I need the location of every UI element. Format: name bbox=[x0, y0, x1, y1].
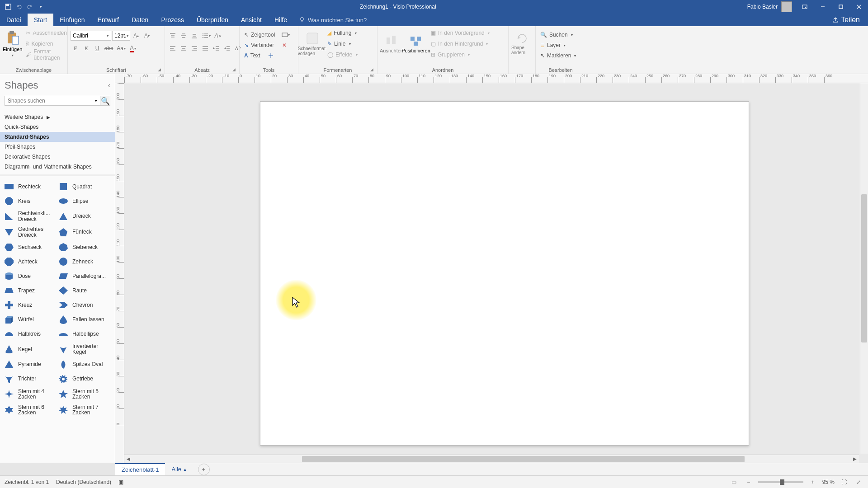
layer-button[interactable]: ≣Layer▾ bbox=[538, 40, 567, 50]
underline-button[interactable]: U bbox=[92, 43, 102, 53]
zoom-slider-thumb[interactable] bbox=[780, 479, 784, 485]
shape-item[interactable]: Stern mit 7 Zacken bbox=[58, 404, 111, 417]
shape-item[interactable]: Zehneck bbox=[58, 256, 111, 267]
horizontal-scrollbar[interactable]: ◀ ▶ bbox=[124, 455, 859, 463]
vertical-ruler[interactable]: 2102001901801701601501401301201101009080… bbox=[115, 83, 124, 463]
shape-item[interactable]: Achteck bbox=[4, 256, 57, 267]
shape-item[interactable]: Invertierter Kegel bbox=[58, 343, 111, 356]
vertical-scrollbar[interactable] bbox=[860, 83, 868, 454]
drawing-surface[interactable] bbox=[124, 83, 859, 454]
sheet-tab-all[interactable]: Alle ▲ bbox=[165, 463, 193, 475]
change-shape-button[interactable]: Shape ändern bbox=[511, 28, 533, 60]
dialog-launcher-icon[interactable]: ◢ bbox=[158, 67, 161, 72]
shape-item[interactable]: Getriebe bbox=[58, 373, 111, 385]
cut-button[interactable]: ✂Ausschneiden bbox=[24, 28, 68, 38]
stencil-item[interactable]: Standard-Shapes bbox=[0, 132, 115, 142]
effects-button[interactable]: ◯Effekte▾ bbox=[326, 50, 359, 60]
pointer-tool-button[interactable]: ↖Zeigertool bbox=[242, 30, 277, 40]
tab-überprüfen[interactable]: Überprüfen bbox=[190, 14, 235, 26]
shape-item[interactable]: Parallelogra... bbox=[58, 270, 111, 282]
shape-item[interactable]: Würfel bbox=[4, 314, 57, 325]
align-center-button[interactable] bbox=[179, 43, 189, 53]
align-right-button[interactable] bbox=[189, 43, 199, 53]
avatar[interactable] bbox=[781, 1, 792, 12]
tell-me-search[interactable]: Was möchten Sie tun? bbox=[299, 14, 367, 26]
increase-indent-button[interactable] bbox=[222, 43, 232, 53]
fit-page-icon[interactable]: ⛶ bbox=[839, 478, 849, 487]
align-top-button[interactable] bbox=[168, 31, 178, 41]
bring-front-button[interactable]: ▣In den Vordergrund▾ bbox=[429, 28, 491, 38]
tab-start[interactable]: Start bbox=[28, 14, 54, 26]
shape-item[interactable]: Stern mit 4 Zacken bbox=[4, 388, 57, 401]
full-screen-icon[interactable]: ⤢ bbox=[854, 478, 863, 487]
tab-hilfe[interactable]: Hilfe bbox=[268, 14, 293, 26]
text-tool-button[interactable]: AText bbox=[242, 51, 262, 61]
tab-einfügen[interactable]: Einfügen bbox=[53, 14, 91, 26]
shape-item[interactable]: Rechtwinkli... Dreieck bbox=[4, 210, 57, 223]
zoom-out-icon[interactable]: − bbox=[744, 478, 754, 487]
decrease-indent-button[interactable] bbox=[211, 43, 221, 53]
shape-item[interactable]: Trapez bbox=[4, 285, 57, 296]
shape-item[interactable]: Halbellipse bbox=[58, 328, 111, 340]
shape-item[interactable]: Chevron bbox=[58, 299, 111, 311]
shape-item[interactable]: Siebeneck bbox=[58, 241, 111, 253]
shape-item[interactable]: Stern mit 6 Zacken bbox=[4, 404, 57, 417]
grow-font-button[interactable]: A▴ bbox=[131, 31, 141, 41]
fill-button[interactable]: ◢Füllung▾ bbox=[326, 28, 359, 38]
presentation-mode-icon[interactable]: ▭ bbox=[729, 478, 739, 487]
horizontal-ruler[interactable]: -70-60-50-40-30-20-100102030405060708090… bbox=[124, 74, 868, 83]
stencil-item[interactable]: Pfeil-Shapes bbox=[0, 142, 115, 152]
tab-prozess[interactable]: Prozess bbox=[155, 14, 190, 26]
stencil-item[interactable]: Dekorative Shapes bbox=[0, 152, 115, 162]
shapes-search-input[interactable] bbox=[5, 96, 92, 106]
find-button[interactable]: 🔍Suchen▾ bbox=[538, 30, 575, 40]
stencil-item[interactable]: Diagramm- und Mathematik-Shapes bbox=[0, 162, 115, 172]
position-button[interactable]: Positionieren bbox=[405, 28, 427, 60]
send-back-button[interactable]: ▢In den Hintergrund▾ bbox=[429, 39, 491, 49]
shrink-font-button[interactable]: A▾ bbox=[142, 31, 152, 41]
rectangle-tool-button[interactable]: ▾ bbox=[280, 30, 291, 40]
font-name-combo[interactable]: Calibri▾ bbox=[71, 31, 111, 41]
minimize-icon[interactable] bbox=[814, 0, 832, 14]
shape-item[interactable]: Pyramide bbox=[4, 359, 57, 371]
align-bottom-button[interactable] bbox=[189, 31, 199, 41]
change-case-button[interactable]: Aa▾ bbox=[115, 43, 127, 53]
delete-connector-button[interactable]: ✕ bbox=[279, 40, 289, 50]
dialog-launcher-icon[interactable]: ◢ bbox=[232, 67, 236, 72]
line-button[interactable]: ✎Linie▾ bbox=[326, 39, 359, 49]
font-size-combo[interactable]: 12pt.▾ bbox=[112, 31, 130, 41]
bold-button[interactable]: F bbox=[71, 43, 80, 53]
format-painter-button[interactable]: 🖌Format übertragen bbox=[24, 50, 68, 60]
search-options-icon[interactable]: ▾ bbox=[92, 96, 100, 106]
select-button[interactable]: ↖Markieren▾ bbox=[538, 51, 578, 61]
tab-daten[interactable]: Daten bbox=[125, 14, 155, 26]
drawing-page[interactable] bbox=[260, 101, 749, 446]
tab-ansicht[interactable]: Ansicht bbox=[235, 14, 268, 26]
align-middle-button[interactable] bbox=[179, 31, 189, 41]
shape-item[interactable]: Rechteck bbox=[4, 181, 57, 192]
scroll-left-icon[interactable]: ◀ bbox=[124, 456, 132, 461]
sheet-tab-active[interactable]: Zeichenblatt-1 bbox=[115, 463, 165, 475]
macro-recorder-icon[interactable]: ▣ bbox=[118, 479, 123, 485]
strikethrough-button[interactable]: abc bbox=[103, 43, 114, 53]
v-scroll-thumb[interactable] bbox=[861, 194, 867, 343]
shape-item[interactable]: Fallen lassen bbox=[58, 314, 111, 325]
share-button[interactable]: Teilen bbox=[824, 16, 868, 24]
shape-item[interactable]: Spitzes Oval bbox=[58, 359, 111, 371]
bullets-button[interactable]: ▾ bbox=[200, 31, 212, 41]
justify-button[interactable] bbox=[200, 43, 210, 53]
shape-item[interactable]: Trichter bbox=[4, 373, 57, 385]
search-go-icon[interactable]: 🔍 bbox=[100, 96, 110, 106]
h-scroll-thumb[interactable] bbox=[302, 456, 744, 462]
paste-button[interactable]: Einfügen ▾ bbox=[3, 28, 22, 60]
collapse-pane-icon[interactable]: ‹ bbox=[108, 81, 110, 89]
shape-item[interactable]: Quadrat bbox=[58, 181, 111, 192]
shape-item[interactable]: Kegel bbox=[4, 343, 57, 356]
redo-icon[interactable] bbox=[25, 2, 34, 11]
zoom-slider[interactable] bbox=[758, 481, 803, 483]
shape-item[interactable]: Sechseck bbox=[4, 241, 57, 253]
stencil-item[interactable]: Quick-Shapes bbox=[0, 122, 115, 132]
undo-icon[interactable] bbox=[14, 2, 24, 11]
align-button[interactable]: Ausrichten bbox=[380, 28, 403, 60]
tab-entwurf[interactable]: Entwurf bbox=[91, 14, 125, 26]
